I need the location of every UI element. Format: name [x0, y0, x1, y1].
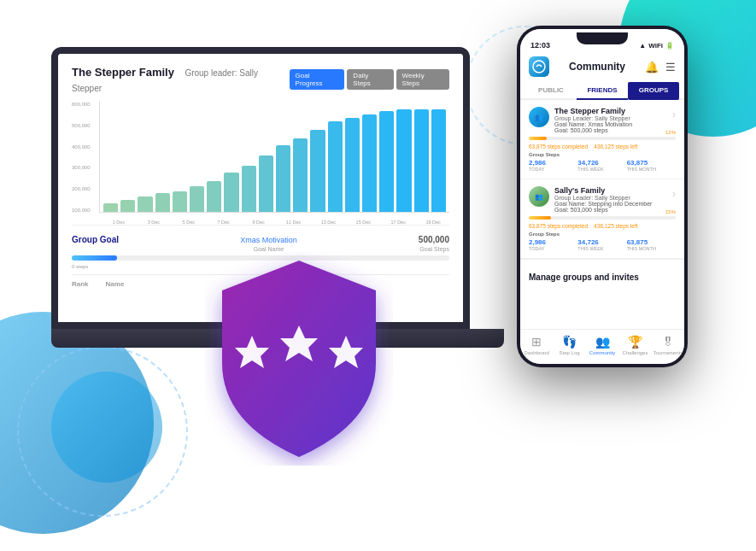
group-steps-row-1: 2,986 TODAY 34,726 THIS WEEK 63,875 THIS… — [529, 159, 676, 172]
group-steps-row-2: 2,986 TODAY 34,726 THIS WEEK 63,875 THIS… — [529, 238, 676, 251]
group-leader-2: Group Leader: Sally Stepper — [554, 195, 672, 201]
nav-challenges[interactable]: 🏆 Challenges — [618, 335, 651, 355]
chart-bar-12 — [310, 130, 325, 212]
signal-icon: ▲ — [639, 42, 646, 50]
group-info-1: The Stepper Family Group Leader: Sally S… — [554, 107, 672, 133]
month-label-1: THIS MONTH — [627, 167, 676, 172]
week-val-1: 34,726 — [577, 159, 626, 167]
dashed-circle-1 — [17, 346, 188, 517]
screen-title-area: The Stepper Family Group leader: Sally S… — [72, 64, 290, 95]
group-card-2-left: 👥 Sally's Family Group Leader: Sally Ste… — [529, 186, 672, 213]
x-label-2: 5 Dec — [173, 220, 205, 225]
chart-bar-18 — [414, 109, 429, 212]
chart-bar-14 — [345, 118, 360, 212]
chevron-right-2: › — [672, 188, 676, 200]
phone-body: 12:03 ▲ WiFi 🔋 Community 🔔 — [517, 26, 688, 367]
chart-bar-2 — [138, 196, 152, 212]
card-progress-fill-2 — [529, 216, 551, 220]
notification-icon[interactable]: 🔔 — [645, 61, 659, 73]
nav-dashboard[interactable]: ⊞ Dashboard — [520, 335, 553, 355]
chart-bar-1 — [120, 200, 135, 212]
nav-community[interactable]: 👥 Community — [586, 335, 618, 355]
chart-area: 600,000 500,000 400,000 300,000 200,000 … — [72, 102, 449, 213]
status-icons: ▲ WiFi 🔋 — [639, 42, 674, 50]
menu-icon[interactable]: ☰ — [665, 61, 676, 73]
month-col-2: 63,875 THIS MONTH — [627, 238, 676, 251]
group-steps-label-2: Group Steps — [529, 232, 676, 237]
chart-bar-5 — [190, 186, 204, 212]
screen-title: The Stepper Family — [72, 66, 174, 79]
tab-goal-progress[interactable]: Goal Progress — [290, 69, 345, 90]
tournaments-icon: 🎖 — [662, 335, 674, 349]
step-log-label: Step Log — [560, 350, 580, 355]
goal-steps-label: Goal Steps — [419, 246, 449, 252]
goal-name-label: Goal Name — [240, 246, 297, 252]
battery-icon: 🔋 — [665, 42, 674, 50]
screen-header: The Stepper Family Group leader: Sally S… — [72, 64, 449, 95]
progress-start: 0 steps — [72, 264, 88, 269]
community-label: Community — [589, 350, 615, 355]
goal-steps-value: 500,000 — [419, 235, 449, 244]
card-progress-fill-1 — [529, 137, 547, 140]
phone-header-icons: 🔔 ☰ — [645, 61, 676, 73]
app-logo — [529, 56, 549, 77]
today-val-1: 2,986 — [529, 159, 577, 167]
tab-daily-steps[interactable]: Daily Steps — [347, 69, 393, 90]
tab-groups[interactable]: GROUPS — [628, 82, 679, 100]
steps-completed-1: 63,875 steps completed 436,125 steps lef… — [529, 144, 676, 149]
logo-icon — [532, 60, 546, 73]
group-card-1-left: 👥 The Stepper Family Group Leader: Sally… — [529, 107, 672, 133]
group-card-1-header: 👥 The Stepper Family Group Leader: Sally… — [529, 107, 676, 133]
x-label-0: 1 Dec — [103, 220, 135, 225]
shield — [205, 252, 393, 466]
group-avatar-1: 👥 — [529, 107, 549, 127]
tab-weekly-steps[interactable]: Weekly Steps — [396, 69, 449, 90]
today-col-1: 2,986 TODAY — [529, 159, 577, 172]
x-label-4: 9 Dec — [243, 220, 275, 225]
today-label-1: TODAY — [529, 167, 577, 172]
steps-completed-2: 63,875 steps completed 436,125 steps lef… — [529, 223, 676, 229]
y-label-2: 200,000 — [72, 186, 91, 191]
month-label-2: THIS MONTH — [627, 246, 676, 251]
screen-tabs: Goal Progress Daily Steps Weekly Steps — [290, 69, 449, 90]
goal-name-value: Xmas Motivation — [240, 236, 297, 244]
phone-tabs: PUBLIC FRIENDS GROUPS — [520, 82, 684, 100]
group-name-2: Sally's Family — [554, 186, 672, 195]
nav-step-log[interactable]: 👣 Step Log — [553, 335, 585, 355]
rank-col-header: Rank — [72, 280, 89, 288]
manage-groups-section[interactable]: Manage groups and invites — [520, 259, 684, 292]
y-label-1: 100,000 — [72, 208, 91, 213]
today-val-2: 2,986 — [529, 238, 577, 246]
dashboard-icon: ⊞ — [531, 335, 542, 349]
phone-community-title: Community — [569, 61, 625, 73]
phone-header: Community 🔔 ☰ — [520, 53, 684, 82]
tab-friends[interactable]: FRIENDS — [577, 82, 628, 100]
chart-bar-11 — [293, 138, 308, 212]
svg-point-0 — [533, 61, 545, 73]
x-label-6: 13 Dec — [312, 220, 344, 225]
chart-bar-8 — [242, 166, 256, 212]
group-card-1: 👥 The Stepper Family Group Leader: Sally… — [520, 100, 684, 179]
month-col-1: 63,875 THIS MONTH — [627, 159, 676, 172]
group-card-2: 👥 Sally's Family Group Leader: Sally Ste… — [520, 179, 684, 259]
chart-y-labels: 600,000 500,000 400,000 300,000 200,000 … — [72, 102, 91, 213]
chart-bar-9 — [259, 155, 273, 212]
group-avatar-2: 👥 — [529, 186, 549, 207]
tab-public[interactable]: PUBLIC — [525, 82, 577, 100]
chart-bar-16 — [379, 111, 394, 212]
month-val-1: 63,875 — [627, 159, 676, 167]
bottom-nav: ⊞ Dashboard 👣 Step Log 👥 Community 🏆 Cha… — [520, 329, 684, 364]
name-col-header: Name — [106, 280, 125, 288]
x-label-9: 19 Dec — [417, 220, 449, 225]
nav-tournaments[interactable]: 🎖 Tournaments — [652, 335, 684, 355]
group-info-2: Sally's Family Group Leader: Sally Stepp… — [554, 186, 672, 213]
challenges-label: Challenges — [622, 350, 648, 355]
group-goal-title: Group Goal — [72, 235, 119, 244]
dashboard-label: Dashboard — [525, 350, 549, 355]
week-label-2: THIS WEEK — [577, 246, 626, 251]
group-goal-name-1: Goal Name: Xmas Motivation — [554, 121, 672, 127]
step-log-icon: 👣 — [562, 335, 577, 349]
week-col-2: 34,726 THIS WEEK — [577, 238, 626, 251]
group-name-1: The Stepper Family — [554, 107, 672, 115]
progress-pct-label-2: 15% — [665, 209, 676, 214]
